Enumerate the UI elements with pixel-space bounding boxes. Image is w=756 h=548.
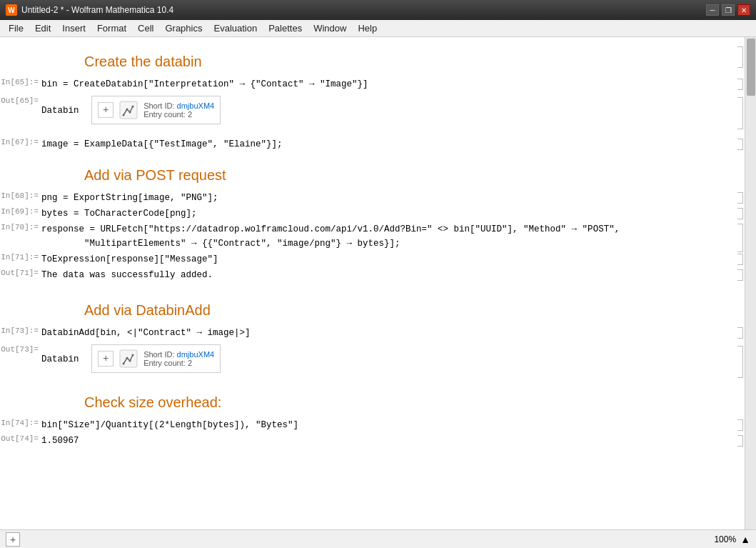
- bracket-out74: [729, 434, 745, 447]
- section-header-2: Add via POST request: [41, 159, 729, 189]
- cell-in73: In[73]:= DatabinAdd[bin, <|"Contract" → …: [0, 325, 745, 341]
- restore-button[interactable]: ❐: [722, 4, 735, 16]
- window-title: Untitled-2 * - Wolfram Mathematica 10.4: [21, 5, 173, 15]
- cell-out73: Out[73]= Databin + Short ID: dmjbuXM: [0, 344, 745, 374]
- label-out71: Out[71]=: [0, 268, 41, 277]
- label-in68: In[68]:=: [0, 191, 41, 200]
- svg-point-3: [129, 111, 131, 114]
- menu-bar: File Edit Insert Format Cell Graphics Ev…: [0, 20, 756, 37]
- section-header-row-1: Create the databin: [0, 44, 745, 76]
- close-button[interactable]: ✕: [737, 4, 750, 16]
- bracket-in68: [729, 191, 745, 205]
- section-header-row-3: Add via DatabinAdd: [0, 293, 745, 325]
- section-header-4: Check size overhead:: [41, 386, 729, 417]
- cell-out65: Out[65]= Databin + Short ID: dmjbuXM: [0, 95, 745, 125]
- databin-logo-icon-2: [118, 348, 139, 369]
- cell-out74: Out[74]= 1.50967: [0, 433, 745, 447]
- body-in73[interactable]: DatabinAdd[bin, <|"Contract" → image|>]: [41, 326, 729, 340]
- bracket-in65: [729, 77, 745, 91]
- svg-point-6: [123, 363, 125, 365]
- menu-window[interactable]: Window: [308, 21, 352, 35]
- bracket-in74: [729, 418, 745, 432]
- databin-plus-icon[interactable]: +: [98, 102, 114, 118]
- bracket-in71: [729, 252, 745, 266]
- section-header-row-4: Check size overhead:: [0, 385, 745, 417]
- svg-point-4: [132, 106, 134, 108]
- section-header-row-2: Add via POST request: [0, 158, 745, 190]
- minimize-button[interactable]: ─: [706, 4, 719, 16]
- section-bracket-3: [729, 294, 745, 324]
- label-in74: In[74]:=: [0, 418, 41, 427]
- cell-in70: In[70]:= response = URLFetch["https://da…: [0, 221, 745, 251]
- menu-evaluation[interactable]: Evaluation: [208, 21, 263, 35]
- bracket-in73: [729, 326, 745, 340]
- menu-graphics[interactable]: Graphics: [159, 21, 208, 35]
- zoom-level: 100%: [714, 534, 736, 544]
- body-out71: The data was successfully added.: [41, 268, 729, 281]
- app-icon: W: [6, 4, 17, 16]
- cell-in69: In[69]:= bytes = ToCharacterCode[png];: [0, 206, 745, 221]
- notebook-content[interactable]: Create the databin In[65]:= bin = Create…: [0, 37, 745, 529]
- section-label-3: [0, 294, 41, 294]
- notebook-container: Create the databin In[65]:= bin = Create…: [0, 37, 756, 529]
- section-bracket-4: [729, 386, 745, 417]
- body-in69[interactable]: bytes = ToCharacterCode[png];: [41, 206, 729, 221]
- bracket-in69: [729, 206, 745, 221]
- cell-in67: In[67]:= image = ExampleData[{"TestImage…: [0, 136, 745, 152]
- title-bar-left: W Untitled-2 * - Wolfram Mathematica 10.…: [6, 4, 173, 16]
- svg-point-1: [123, 114, 125, 116]
- add-cell-button[interactable]: +: [6, 532, 20, 547]
- label-in69: In[69]:=: [0, 206, 41, 216]
- body-in71[interactable]: ToExpression[response]["Message"]: [41, 252, 729, 266]
- svg-point-7: [126, 357, 128, 359]
- databin-widget-2[interactable]: + Short ID: dmjbuXM4 Entry count: 2: [91, 344, 221, 373]
- zoom-in-button[interactable]: ▲: [740, 534, 750, 545]
- label-in65: In[65]:=: [0, 77, 41, 86]
- label-in71: In[71]:=: [0, 252, 41, 261]
- section-bracket-2: [729, 159, 745, 189]
- scrollbar-area[interactable]: [745, 37, 756, 529]
- body-in70[interactable]: response = URLFetch["https://datadrop.wo…: [41, 222, 729, 251]
- title-bar-controls: ─ ❐ ✕: [706, 4, 750, 16]
- cell-in65: In[65]:= bin = CreateDatabin["Interpreta…: [0, 76, 745, 92]
- label-out74: Out[74]=: [0, 434, 41, 443]
- title-bar: W Untitled-2 * - Wolfram Mathematica 10.…: [0, 0, 756, 20]
- section-label-2: [0, 159, 41, 159]
- body-in67[interactable]: image = ExampleData[{"TestImage", "Elain…: [41, 137, 729, 151]
- scrollbar-thumb[interactable]: [747, 39, 755, 96]
- svg-point-9: [132, 354, 134, 357]
- databin-plus-icon-2[interactable]: +: [98, 351, 114, 367]
- section-header-3: Add via DatabinAdd: [41, 294, 729, 324]
- right-panel: [745, 37, 756, 529]
- bracket-in67: [729, 137, 745, 151]
- section-bracket-1: [729, 45, 745, 76]
- label-in67: In[67]:=: [0, 137, 41, 146]
- status-bar: + 100% ▲: [0, 529, 756, 548]
- bracket-out73: [729, 344, 745, 373]
- databin-info-1: Short ID: dmjbuXM4 Entry count: 2: [143, 101, 214, 119]
- databin-widget-1[interactable]: + Short ID: dmjbuXM4 Entry count: 2: [91, 96, 221, 124]
- menu-format[interactable]: Format: [91, 21, 132, 35]
- label-out65: Out[65]=: [0, 96, 41, 105]
- body-in65[interactable]: bin = CreateDatabin["Interpretation" → {…: [41, 77, 729, 91]
- menu-file[interactable]: File: [3, 21, 29, 35]
- label-in73: In[73]:=: [0, 326, 41, 335]
- menu-palettes[interactable]: Palettes: [263, 21, 308, 35]
- label-out73: Out[73]=: [0, 344, 41, 354]
- body-out73: Databin + Short ID: dmjbuXM4 Entry count…: [41, 344, 729, 373]
- bracket-in70: [729, 222, 745, 251]
- databin-logo-icon: [118, 99, 139, 121]
- body-in68[interactable]: png = ExportString[image, "PNG"];: [41, 191, 729, 205]
- label-in70: In[70]:=: [0, 222, 41, 231]
- section-label-1: [0, 45, 41, 46]
- menu-help[interactable]: Help: [352, 21, 383, 35]
- databin-info-2: Short ID: dmjbuXM4 Entry count: 2: [143, 350, 214, 367]
- body-in74[interactable]: bin["Size"]/Quantity[(2*Length[bytes]), …: [41, 418, 729, 432]
- menu-insert[interactable]: Insert: [56, 21, 91, 35]
- menu-edit[interactable]: Edit: [29, 21, 56, 35]
- svg-point-2: [126, 109, 128, 111]
- menu-cell[interactable]: Cell: [132, 21, 159, 35]
- body-out65: Databin + Short ID: dmjbuXM4 Entry count…: [41, 96, 729, 124]
- status-right: 100% ▲: [714, 534, 750, 545]
- cell-out71: Out[71]= The data was successfully added…: [0, 267, 745, 282]
